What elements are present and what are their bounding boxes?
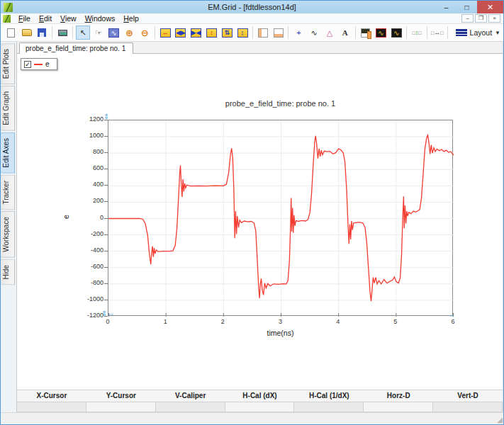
- y-tick-label: -200: [77, 230, 103, 237]
- pan-button[interactable]: ☞: [91, 26, 106, 40]
- close-button[interactable]: ✕: [477, 1, 503, 13]
- y-tick-mark: [104, 169, 108, 169]
- plus-icon: +: [293, 28, 303, 38]
- layout-dropdown[interactable]: Layout ▼: [453, 27, 503, 38]
- y-tick-label: -800: [77, 279, 103, 286]
- child-minimize-button[interactable]: –: [461, 14, 474, 23]
- toolbar: ↖ ☞ ∿ ⊕ ⊖ ↔ ◀▶ ▶◀ ↕ ⇅ ↨ + ∿ △ A ∿ ∿ □↕□ …: [1, 24, 503, 42]
- delta-marker-button[interactable]: △: [323, 26, 337, 40]
- compress-y-button[interactable]: ↨: [235, 26, 250, 40]
- compress-y-icon: ↨: [237, 28, 248, 38]
- expand-x-button[interactable]: ↔: [158, 26, 172, 40]
- readout-value-cell: [156, 402, 225, 413]
- readout-col-x-cursor: X-Cursor: [17, 390, 86, 402]
- snapshot-button[interactable]: [359, 26, 373, 40]
- readout-col-vert-d: Vert-D: [433, 390, 503, 402]
- status-bar: ◢: [1, 412, 503, 424]
- menu-bar: File Edit View Windows Help – ❐ ×: [1, 13, 503, 24]
- bottom-panel-button[interactable]: [271, 26, 286, 40]
- menu-windows[interactable]: Windows: [81, 14, 120, 23]
- readout-col-v-caliper: V-Caliper: [156, 390, 225, 402]
- sidebar-tab-workspace[interactable]: Workspace: [1, 211, 15, 258]
- sidebar-tab-tracker[interactable]: Tracker: [1, 175, 15, 210]
- y-tick-label: 200: [77, 197, 103, 204]
- text-annotation-button[interactable]: A: [338, 26, 352, 40]
- print-button[interactable]: [55, 26, 69, 40]
- text-a-icon: A: [340, 28, 350, 38]
- document-tab-bar: probe_e_field_time: probe no. 1: [17, 42, 503, 54]
- vertical-spacing-button[interactable]: □↕□: [410, 26, 424, 40]
- readout-value-cell: [433, 402, 503, 413]
- stretch-x-button[interactable]: ◀▶: [174, 26, 188, 40]
- compress-x-button[interactable]: ▶◀: [189, 26, 203, 40]
- zoom-out-button[interactable]: ⊖: [138, 26, 152, 40]
- y-tick-mark: [104, 251, 108, 251]
- left-panel-icon: [258, 28, 268, 38]
- cursor-readout-bar: X-Cursor Y-Cursor V-Caliper H-Cal (dX) H…: [17, 390, 503, 412]
- open-file-button[interactable]: [20, 26, 34, 40]
- sidebar-tab-hide[interactable]: Hide: [1, 259, 15, 285]
- y-tick-label: -400: [77, 246, 103, 254]
- zoom-out-icon: ⊖: [140, 28, 150, 38]
- y-tick-label: 0: [77, 214, 103, 221]
- zoom-in-button[interactable]: ⊕: [123, 26, 137, 40]
- document-logo-icon: [3, 15, 11, 23]
- probe-curve-button[interactable]: ∿: [307, 26, 321, 40]
- dark-plot-button[interactable]: ∿: [389, 26, 403, 40]
- horizontal-spacing-icon: □↔□: [432, 28, 442, 38]
- sidebar-tab-edit-graph[interactable]: Edit Graph: [1, 86, 15, 131]
- plot-tab[interactable]: probe_e_field_time: probe no. 1: [19, 42, 133, 54]
- printer-icon: [58, 30, 67, 36]
- y-tick-label: -1000: [77, 295, 103, 302]
- stretch-y-icon: ⇅: [222, 28, 233, 38]
- menu-edit[interactable]: Edit: [35, 14, 56, 23]
- delta-icon: △: [325, 28, 335, 38]
- legend-checkbox[interactable]: ✓: [24, 61, 31, 68]
- layout-icon: [456, 29, 467, 36]
- curve-axes-icon: ∿: [309, 28, 319, 38]
- readout-value-cell: [86, 402, 156, 413]
- horizontal-spacing-button[interactable]: □↔□: [430, 26, 444, 40]
- stretch-x-icon: ◀▶: [175, 28, 186, 38]
- y-tick-mark: [104, 234, 108, 235]
- add-cursor-button[interactable]: +: [291, 26, 306, 40]
- select-cursor-button[interactable]: ↖: [76, 26, 90, 40]
- resize-grip[interactable]: ◢: [497, 416, 503, 424]
- new-file-icon: [7, 28, 15, 38]
- child-close-button[interactable]: ×: [488, 14, 500, 23]
- save-button[interactable]: [35, 26, 50, 40]
- dark-plot-style-button[interactable]: ∿: [374, 26, 388, 40]
- open-folder-icon: [22, 29, 32, 36]
- y-tick-label: 1200: [77, 115, 103, 123]
- expand-y-icon: ↕: [206, 28, 217, 38]
- dark-plot-red-icon: ∿: [376, 28, 386, 38]
- y-tick-mark: [104, 185, 108, 186]
- child-restore-button[interactable]: ❐: [475, 14, 487, 23]
- window-title: EM.Grid - [fdtdlesson14d]: [1, 3, 503, 11]
- x-tick-label: 3: [272, 318, 289, 325]
- menu-file[interactable]: File: [14, 14, 35, 23]
- maximize-button[interactable]: □: [457, 1, 477, 13]
- cursor-arrow-icon: ↖: [78, 28, 88, 38]
- minimize-button[interactable]: –: [436, 1, 457, 13]
- left-panel-button[interactable]: [256, 26, 270, 40]
- y-tick-label: 600: [77, 164, 103, 171]
- new-file-button[interactable]: [4, 26, 18, 40]
- y-tick-mark: [104, 201, 108, 202]
- sidebar-tab-edit-axes[interactable]: Edit Axes: [1, 132, 15, 174]
- y-tick-label: -600: [77, 263, 103, 270]
- compress-x-icon: ▶◀: [191, 28, 201, 38]
- chevron-down-icon: ▼: [495, 30, 500, 36]
- readout-col-y-cursor: Y-Cursor: [86, 390, 156, 402]
- y-tick-mark: [104, 120, 108, 120]
- x-tick-label: 2: [214, 318, 231, 325]
- menu-view[interactable]: View: [56, 14, 81, 23]
- vertical-spacing-icon: □↕□: [412, 28, 422, 38]
- expand-y-button[interactable]: ↕: [205, 26, 219, 40]
- stretch-y-button[interactable]: ⇅: [220, 26, 234, 40]
- legend[interactable]: ✓ e: [21, 58, 57, 70]
- plot-area[interactable]: [108, 120, 453, 316]
- zoom-region-button[interactable]: ∿: [107, 26, 121, 40]
- menu-help[interactable]: Help: [119, 14, 143, 23]
- sidebar-tab-edit-plots[interactable]: Edit Plots: [1, 43, 15, 84]
